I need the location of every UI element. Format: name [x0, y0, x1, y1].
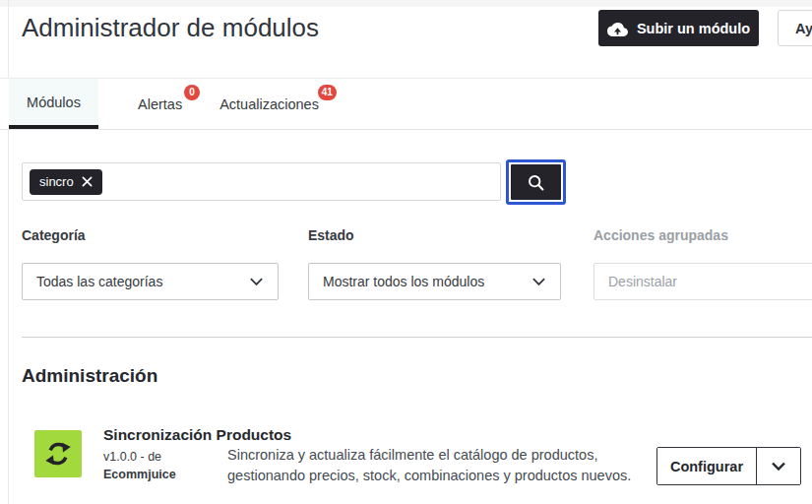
- module-description: Sincroniza y actualiza fácilmente el cat…: [227, 445, 670, 486]
- bulk-actions-value: Desinstalar: [608, 274, 677, 289]
- search-tag-label: sincro: [39, 174, 74, 189]
- configure-button[interactable]: Configurar: [657, 448, 756, 484]
- category-select-value: Todas las categorías: [36, 274, 162, 289]
- page-title: Administrador de módulos: [22, 13, 319, 43]
- tab-actualizaciones-label: Actualizaciones: [219, 96, 319, 112]
- tabbar: Módulos Alertas 0 Actualizaciones 41: [0, 78, 812, 130]
- search-button-focus-ring: [506, 159, 566, 205]
- search-button[interactable]: [511, 164, 561, 200]
- close-icon[interactable]: [82, 176, 93, 187]
- top-strip: [0, 0, 812, 7]
- tab-actualizaciones[interactable]: Actualizaciones 41: [200, 79, 337, 129]
- search-input[interactable]: sincro: [22, 162, 501, 201]
- section-divider: [22, 337, 812, 338]
- status-select[interactable]: Mostrar todos los módulos: [308, 263, 561, 300]
- tab-alertas[interactable]: Alertas 0: [118, 79, 200, 129]
- bulk-actions-select: Desinstalar: [593, 263, 812, 300]
- panel-left-border: [8, 0, 9, 504]
- chevron-down-icon: [531, 277, 546, 286]
- alertas-badge: 0: [184, 85, 200, 100]
- category-filter-label: Categoría: [22, 227, 86, 243]
- module-author: Ecommjuice: [103, 468, 176, 481]
- section-heading: Administración: [22, 365, 157, 387]
- module-name[interactable]: Sincronización Productos: [103, 426, 291, 444]
- configure-split-button: Configurar: [656, 447, 801, 485]
- tab-modulos-label: Módulos: [27, 94, 81, 110]
- search-icon: [527, 173, 545, 192]
- actualizaciones-badge: 41: [318, 85, 337, 100]
- module-version: v1.0.0 - de: [103, 450, 161, 464]
- status-select-value: Mostrar todos los módulos: [323, 274, 484, 289]
- upload-module-label: Subir un módulo: [637, 21, 750, 36]
- chevron-down-icon: [249, 277, 264, 286]
- status-filter-label: Estado: [308, 227, 354, 243]
- tab-modulos[interactable]: Módulos: [9, 79, 98, 129]
- search-tag: sincro: [30, 169, 102, 195]
- upload-module-button[interactable]: Subir un módulo: [598, 10, 759, 46]
- configure-dropdown-toggle[interactable]: [756, 448, 800, 484]
- bulk-actions-label: Acciones agrupadas: [593, 227, 728, 243]
- sync-icon: [34, 430, 82, 477]
- help-button[interactable]: Ayuda: [778, 10, 812, 46]
- tab-alertas-label: Alertas: [138, 96, 182, 112]
- cloud-upload-icon: [607, 21, 628, 36]
- chevron-down-icon: [771, 461, 786, 472]
- category-select[interactable]: Todas las categorías: [22, 263, 279, 300]
- module-manager-page: Administrador de módulos Subir un módulo…: [0, 0, 812, 504]
